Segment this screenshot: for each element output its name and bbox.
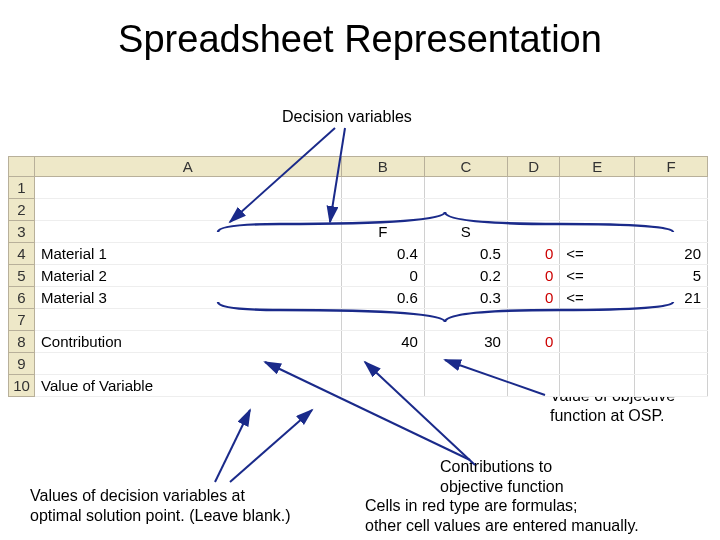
label-contributions: Contributions toobjective function bbox=[440, 457, 564, 497]
cell bbox=[560, 309, 635, 331]
cell: Material 2 bbox=[35, 265, 342, 287]
cell: 0.5 bbox=[424, 243, 507, 265]
cell: 40 bbox=[341, 331, 424, 353]
cell bbox=[424, 375, 507, 397]
row-header: 8 bbox=[9, 331, 35, 353]
cell: 0 bbox=[507, 243, 559, 265]
cell: <= bbox=[560, 265, 635, 287]
cell bbox=[424, 177, 507, 199]
spreadsheet: A B C D E F 123FS4Material 10.40.50<=205… bbox=[8, 156, 708, 397]
cell: 0.6 bbox=[341, 287, 424, 309]
col-header: B bbox=[341, 157, 424, 177]
cell bbox=[341, 177, 424, 199]
cell: 21 bbox=[635, 287, 708, 309]
cell: F bbox=[341, 221, 424, 243]
cell: 30 bbox=[424, 331, 507, 353]
cell: 0 bbox=[507, 287, 559, 309]
cell bbox=[560, 199, 635, 221]
cell bbox=[35, 353, 342, 375]
cell: <= bbox=[560, 287, 635, 309]
cell bbox=[560, 353, 635, 375]
cell bbox=[560, 221, 635, 243]
cell bbox=[341, 199, 424, 221]
cell bbox=[507, 353, 559, 375]
cell: 0.4 bbox=[341, 243, 424, 265]
label-cells-red: Cells in red type are formulas;other cel… bbox=[365, 496, 639, 536]
cell bbox=[341, 309, 424, 331]
cell bbox=[635, 331, 708, 353]
cell: Value of Variable bbox=[35, 375, 342, 397]
cell bbox=[560, 375, 635, 397]
cell bbox=[507, 309, 559, 331]
cell: 0 bbox=[507, 331, 559, 353]
cell: 0.2 bbox=[424, 265, 507, 287]
cell bbox=[507, 375, 559, 397]
row-header: 3 bbox=[9, 221, 35, 243]
cell bbox=[424, 199, 507, 221]
row-header: 5 bbox=[9, 265, 35, 287]
col-header: C bbox=[424, 157, 507, 177]
cell bbox=[635, 221, 708, 243]
cell: 0 bbox=[341, 265, 424, 287]
label-values-decision-vars: Values of decision variables atoptimal s… bbox=[30, 486, 291, 526]
corner-cell bbox=[9, 157, 35, 177]
cell bbox=[341, 375, 424, 397]
arrow-valdv-2 bbox=[230, 410, 312, 482]
cell bbox=[560, 331, 635, 353]
cell bbox=[635, 375, 708, 397]
cell bbox=[35, 177, 342, 199]
arrow-valdv-1 bbox=[215, 410, 250, 482]
cell bbox=[507, 221, 559, 243]
cell bbox=[507, 199, 559, 221]
row-header: 10 bbox=[9, 375, 35, 397]
cell bbox=[635, 353, 708, 375]
spreadsheet-table: A B C D E F 123FS4Material 10.40.50<=205… bbox=[8, 156, 708, 397]
cell: 0 bbox=[507, 265, 559, 287]
cell bbox=[424, 309, 507, 331]
cell bbox=[424, 353, 507, 375]
cell bbox=[560, 177, 635, 199]
row-header: 1 bbox=[9, 177, 35, 199]
col-header: A bbox=[35, 157, 342, 177]
row-header: 6 bbox=[9, 287, 35, 309]
row-header: 2 bbox=[9, 199, 35, 221]
cell bbox=[635, 309, 708, 331]
label-decision-variables: Decision variables bbox=[282, 108, 412, 126]
cell: <= bbox=[560, 243, 635, 265]
row-header: 7 bbox=[9, 309, 35, 331]
cell bbox=[35, 309, 342, 331]
cell: S bbox=[424, 221, 507, 243]
cell: 0.3 bbox=[424, 287, 507, 309]
cell: Material 3 bbox=[35, 287, 342, 309]
cell bbox=[635, 177, 708, 199]
cell bbox=[507, 177, 559, 199]
cell bbox=[635, 199, 708, 221]
row-header: 9 bbox=[9, 353, 35, 375]
cell: 20 bbox=[635, 243, 708, 265]
cell: 5 bbox=[635, 265, 708, 287]
col-header: E bbox=[560, 157, 635, 177]
row-header: 4 bbox=[9, 243, 35, 265]
col-header: D bbox=[507, 157, 559, 177]
col-header: F bbox=[635, 157, 708, 177]
cell: Material 1 bbox=[35, 243, 342, 265]
cell bbox=[35, 221, 342, 243]
cell bbox=[341, 353, 424, 375]
slide-title: Spreadsheet Representation bbox=[0, 18, 720, 61]
cell bbox=[35, 199, 342, 221]
cell: Contribution bbox=[35, 331, 342, 353]
